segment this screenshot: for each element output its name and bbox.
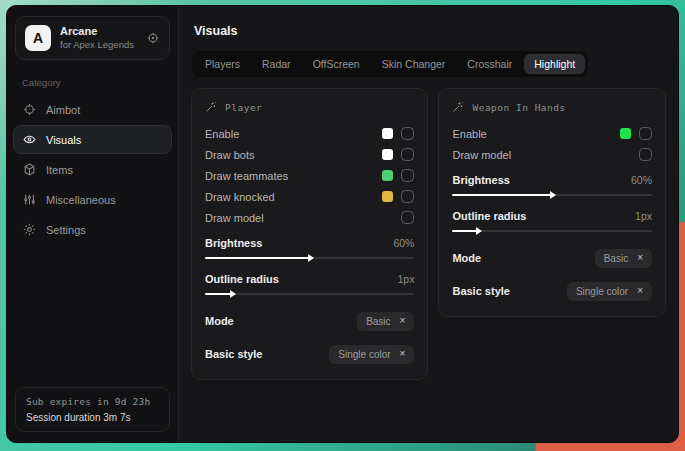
tab-players[interactable]: Players [195,54,250,74]
sidebar-item-items[interactable]: Items [13,155,172,184]
settings-panels: PlayerEnableDraw botsDraw teammatesDraw … [191,88,666,380]
toggle-controls [639,148,652,161]
select-label: Basic style [205,348,262,360]
wand-icon [452,101,464,113]
slider-track[interactable] [205,288,414,300]
tab-highlight[interactable]: Highlight [524,54,585,74]
toggle-label: Draw model [452,149,511,161]
selected-tag[interactable]: Basic× [595,249,652,268]
slider-label: Brightness [205,237,262,249]
toggle-row: Draw knocked [205,186,414,207]
selected-tag[interactable]: Single color× [567,282,652,301]
eye-icon [23,133,36,146]
crosshair-icon [23,103,36,116]
toggle-label: Draw knocked [205,191,275,203]
checkbox[interactable] [401,127,414,140]
panel-weapon-in-hands: Weapon In HandsEnableDraw modelBrightnes… [438,88,666,317]
target-icon[interactable] [146,31,160,45]
slider-label: Outline radius [205,273,279,285]
slider-thumb[interactable] [230,290,236,298]
app-window: A Arcane for Apex Legends Category Aimbo… [6,5,679,443]
slider-thumb[interactable] [550,191,556,199]
toggle-controls [620,127,652,140]
tag-remove-icon[interactable]: × [400,316,406,326]
sidebar-item-miscellaneous[interactable]: Miscellaneous [13,185,172,214]
slider-row: Outline radius1px [452,208,652,237]
checkbox[interactable] [401,148,414,161]
slider-label: Brightness [452,174,509,186]
toggle-label: Draw teammates [205,170,288,182]
toggle-row: Enable [452,123,652,144]
checkbox[interactable] [639,148,652,161]
color-swatch[interactable] [382,149,393,160]
toggle-controls [382,190,414,203]
slider-row: Brightness60% [205,235,414,264]
selected-tag[interactable]: Basic× [357,312,414,331]
slider-track[interactable] [205,252,414,264]
slider-track[interactable] [452,225,652,237]
select-row: Basic styleSingle color× [205,342,414,366]
tag-remove-icon[interactable]: × [400,349,406,359]
tab-crosshair[interactable]: Crosshair [457,54,522,74]
tab-radar[interactable]: Radar [252,54,301,74]
sidebar-item-label: Visuals [46,134,81,146]
slider-value: 1px [635,210,652,222]
select-row: ModeBasic× [452,246,652,270]
slider-row: Brightness60% [452,172,652,201]
slider-fill [205,293,232,295]
checkbox[interactable] [401,211,414,224]
color-swatch[interactable] [382,191,393,202]
slider-row: Outline radius1px [205,271,414,300]
sidebar-item-settings[interactable]: Settings [13,215,172,244]
sidebar-item-aimbot[interactable]: Aimbot [13,95,172,124]
tag-remove-icon[interactable]: × [637,286,643,296]
main-content: Visuals PlayersRadarOffScreenSkin Change… [179,6,678,442]
checkbox[interactable] [401,169,414,182]
checkbox[interactable] [401,190,414,203]
app-subtitle: for Apex Legends [60,39,134,51]
toggle-label: Draw model [205,212,264,224]
slider-track[interactable] [452,189,652,201]
toggle-row: Draw teammates [205,165,414,186]
panel-header: Player [205,101,414,113]
subscription-box: Sub expires in 9d 23h Session duration 3… [15,387,170,432]
slider-value: 1px [398,273,415,285]
slider-label: Outline radius [452,210,526,222]
slider-label-line: Brightness60% [452,172,652,188]
tag-label: Basic [604,253,628,264]
sidebar: A Arcane for Apex Legends Category Aimbo… [7,6,179,442]
slider-thumb[interactable] [476,227,482,235]
tab-skin-changer[interactable]: Skin Changer [372,54,456,74]
sidebar-item-label: Aimbot [46,104,80,116]
sidebar-item-visuals[interactable]: Visuals [13,125,172,154]
slider-value: 60% [393,237,414,249]
toggle-controls [382,148,414,161]
app-logo: A [25,25,51,51]
toggle-controls [401,211,414,224]
tag-label: Single color [338,349,390,360]
toggle-label: Draw bots [205,149,255,161]
tab-offscreen[interactable]: OffScreen [303,54,370,74]
color-swatch[interactable] [382,170,393,181]
toggle-row: Enable [205,123,414,144]
toggle-label: Enable [205,128,239,140]
color-swatch[interactable] [382,128,393,139]
slider-thumb[interactable] [308,254,314,262]
toggle-row: Draw bots [205,144,414,165]
color-swatch[interactable] [620,128,631,139]
session-duration-text: Session duration 3m 7s [26,412,159,423]
selected-tag[interactable]: Single color× [329,345,414,364]
toggle-row: Draw model [452,144,652,165]
select-label: Mode [452,252,481,264]
sidebar-item-label: Miscellaneous [46,194,116,206]
app-name: Arcane [60,25,134,39]
tag-label: Single color [576,286,628,297]
slider-value: 60% [631,174,652,186]
tag-remove-icon[interactable]: × [637,253,643,263]
checkbox[interactable] [639,127,652,140]
page-title: Visuals [194,24,666,38]
toggle-label: Enable [452,128,486,140]
toggle-controls [382,169,414,182]
sub-expires-text: Sub expires in 9d 23h [26,396,159,407]
panel-title: Weapon In Hands [472,102,565,113]
